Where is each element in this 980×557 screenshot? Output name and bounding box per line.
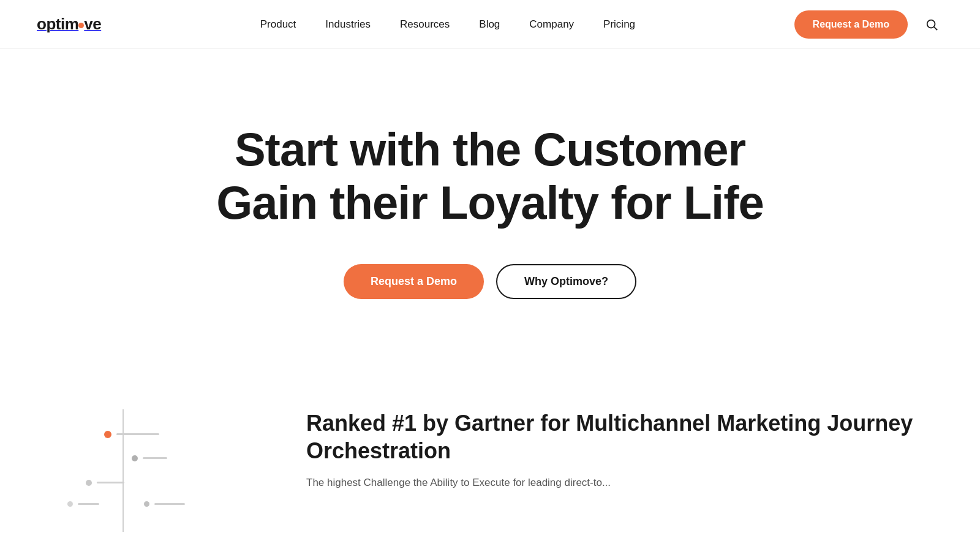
chart-row-2 bbox=[132, 455, 167, 461]
chart-area bbox=[49, 397, 257, 532]
chart-line-3 bbox=[97, 482, 124, 483]
chart-row-3 bbox=[86, 480, 124, 486]
chart-dot-4 bbox=[67, 501, 73, 507]
nav-item-blog[interactable]: Blog bbox=[479, 18, 500, 30]
chart-line-1 bbox=[116, 433, 159, 435]
nav-item-company[interactable]: Company bbox=[529, 18, 574, 30]
search-button[interactable] bbox=[920, 13, 943, 36]
nav-item-pricing[interactable]: Pricing bbox=[603, 18, 635, 30]
ranked-text-block: Ranked #1 by Gartner for Multichannel Ma… bbox=[306, 397, 931, 491]
ranked-section: Ranked #1 by Gartner for Multichannel Ma… bbox=[0, 360, 980, 532]
nav-links: Product Industries Resources Blog Compan… bbox=[260, 18, 635, 31]
logo[interactable]: optim ve bbox=[37, 15, 101, 34]
svg-line-1 bbox=[934, 27, 937, 30]
chart-dot-3 bbox=[86, 480, 92, 486]
chart-visual bbox=[49, 397, 257, 532]
svg-point-0 bbox=[927, 20, 935, 28]
chart-dot-5 bbox=[144, 501, 149, 507]
chart-axis-line bbox=[123, 409, 124, 532]
navbar: optim ve Product Industries Resources Bl… bbox=[0, 0, 980, 49]
chart-line-2 bbox=[143, 457, 167, 459]
nav-item-resources[interactable]: Resources bbox=[400, 18, 450, 30]
chart-row-4 bbox=[67, 501, 99, 507]
ranked-subtitle: The highest Challenge the Ability to Exe… bbox=[306, 474, 931, 491]
nav-actions: Request a Demo bbox=[794, 10, 943, 39]
nav-item-product[interactable]: Product bbox=[260, 18, 296, 30]
ranked-title: Ranked #1 by Gartner for Multichannel Ma… bbox=[306, 409, 931, 464]
nav-demo-button[interactable]: Request a Demo bbox=[794, 10, 908, 39]
chart-row-1 bbox=[104, 431, 159, 438]
chart-line-5 bbox=[154, 503, 185, 505]
chart-dot-2 bbox=[132, 455, 138, 461]
chart-line-4 bbox=[78, 503, 99, 505]
nav-item-industries[interactable]: Industries bbox=[325, 18, 371, 30]
chart-row-5 bbox=[144, 501, 185, 507]
hero-why-button[interactable]: Why Optimove? bbox=[496, 264, 636, 299]
hero-demo-button[interactable]: Request a Demo bbox=[344, 264, 484, 299]
hero-title: Start with the Customer Gain their Loyal… bbox=[216, 123, 764, 230]
chart-dot-1 bbox=[104, 431, 111, 438]
hero-section: Start with the Customer Gain their Loyal… bbox=[0, 49, 980, 360]
search-icon bbox=[925, 18, 938, 31]
hero-buttons: Request a Demo Why Optimove? bbox=[344, 264, 636, 299]
